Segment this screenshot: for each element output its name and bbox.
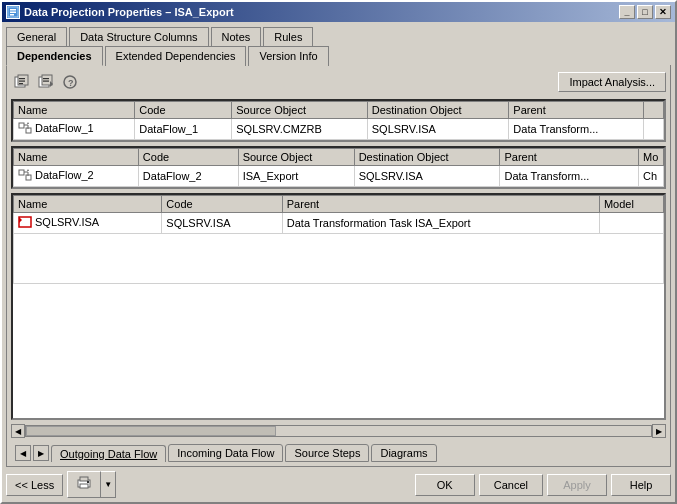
grid1-cell-source: SQLSRV.CMZRB (232, 119, 367, 140)
grid2-col-code: Code (138, 149, 238, 166)
apply-button[interactable]: Apply (547, 474, 607, 496)
svg-rect-12 (43, 81, 49, 82)
dataflow-icon2 (18, 168, 32, 182)
tabs-row2: Dependencies Extended Dependencies Versi… (2, 45, 675, 65)
grid2-col-source: Source Object (238, 149, 354, 166)
tab-rules[interactable]: Rules (263, 27, 313, 46)
bottom-tab-diagrams[interactable]: Diagrams (371, 444, 436, 462)
grid2-col-parent: Parent (500, 149, 639, 166)
bottom-nav-left[interactable]: ◀ (15, 445, 31, 461)
grid3-cell-parent: Data Transformation Task ISA_Export (282, 213, 599, 234)
grid2-col-dest: Destination Object (354, 149, 500, 166)
horizontal-scrollbar[interactable] (25, 425, 652, 437)
svg-rect-1 (10, 9, 16, 11)
impact-analysis-button[interactable]: Impact Analysis... (558, 72, 666, 92)
grid2-cell-mo: Ch (639, 166, 664, 187)
grid1-table: Name Code Source Object Destination Obje… (13, 101, 664, 140)
scroll-right-btn[interactable]: ▶ (652, 424, 666, 438)
grid1-cell-name: DataFlow_1 (14, 119, 135, 140)
action-bar: << Less ▼ OK Cancel Apply Help (2, 467, 675, 502)
bottom-tabs: ◀ ▶ Outgoing Data Flow Incoming Data Flo… (11, 442, 666, 462)
svg-rect-21 (19, 170, 24, 175)
grid3-table: Name Code Parent Model (13, 195, 664, 284)
bottom-nav-right[interactable]: ▶ (33, 445, 49, 461)
content-area: ? Impact Analysis... Name Code Source Ob… (6, 65, 671, 467)
grid1-cell-dest: SQLSRV.ISA (367, 119, 509, 140)
grid2-container: Name Code Source Object Destination Obje… (11, 146, 666, 189)
grid2-col-mo: Mo (639, 149, 664, 166)
svg-rect-3 (10, 14, 14, 16)
grid3-cell-name: SQLSRV.ISA (14, 213, 162, 234)
bottom-tab-source-steps[interactable]: Source Steps (285, 444, 369, 462)
table-row[interactable]: DataFlow_1 DataFlow_1 SQLSRV.CMZRB SQLSR… (14, 119, 664, 140)
svg-rect-31 (87, 481, 89, 483)
sqlsrv-icon (18, 215, 32, 229)
grid3-col-model: Model (599, 196, 663, 213)
svg-marker-20 (27, 122, 29, 124)
grid1-col-dest: Destination Object (367, 102, 509, 119)
toolbar-icon-1[interactable] (11, 71, 33, 93)
main-window: Data Projection Properties – ISA_Export … (0, 0, 677, 504)
svg-rect-2 (10, 12, 16, 14)
scroll-left-btn[interactable]: ◀ (11, 424, 25, 438)
tab-extended-dependencies[interactable]: Extended Dependencies (105, 46, 247, 66)
svg-rect-16 (19, 123, 24, 128)
tabs-row1: General Data Structure Columns Notes Rul… (2, 22, 675, 45)
close-button[interactable]: ✕ (655, 5, 671, 19)
grid1-cell-parent: Data Transform... (509, 119, 644, 140)
grid2-cell-parent: Data Transform... (500, 166, 639, 187)
grid2-table: Name Code Source Object Destination Obje… (13, 148, 664, 187)
grid2-col-name: Name (14, 149, 139, 166)
tab-data-structure-columns[interactable]: Data Structure Columns (69, 27, 208, 46)
grid2-cell-code: DataFlow_2 (138, 166, 238, 187)
svg-rect-26 (19, 217, 31, 227)
minimize-button[interactable]: _ (619, 5, 635, 19)
grid2-cell-source: ISA_Export (238, 166, 354, 187)
table-row-empty (14, 234, 664, 284)
svg-rect-11 (43, 78, 49, 79)
toolbar-icon-3[interactable]: ? (59, 71, 81, 93)
scrollbar-area: ◀ ▶ (11, 424, 666, 438)
table-row[interactable]: DataFlow_2 DataFlow_2 ISA_Export SQLSRV.… (14, 166, 664, 187)
bottom-tab-outgoing[interactable]: Outgoing Data Flow (51, 445, 166, 462)
ok-button[interactable]: OK (415, 474, 475, 496)
tab-general[interactable]: General (6, 27, 67, 46)
grid1-container: Name Code Source Object Destination Obje… (11, 99, 666, 142)
tab-dependencies[interactable]: Dependencies (6, 46, 103, 66)
grid3-container: Name Code Parent Model (11, 193, 666, 420)
grid1-col-name: Name (14, 102, 135, 119)
print-dropdown-button[interactable]: ▼ (101, 471, 116, 498)
help-button[interactable]: Help (611, 474, 671, 496)
less-button[interactable]: << Less (6, 474, 63, 496)
svg-rect-6 (19, 78, 25, 79)
grid1-col-parent: Parent (509, 102, 644, 119)
table-row[interactable]: SQLSRV.ISA SQLSRV.ISA Data Transformatio… (14, 213, 664, 234)
svg-marker-25 (27, 169, 29, 171)
tab-notes[interactable]: Notes (211, 27, 262, 46)
tab-version-info[interactable]: Version Info (248, 46, 328, 66)
cancel-button[interactable]: Cancel (479, 474, 543, 496)
grid1-col-extra (644, 102, 664, 119)
grid1-col-code: Code (135, 102, 232, 119)
grid1-cell-extra (644, 119, 664, 140)
grid3-cell-model (599, 213, 663, 234)
grid2-cell-name: DataFlow_2 (14, 166, 139, 187)
svg-text:?: ? (68, 78, 74, 88)
svg-rect-7 (19, 81, 25, 82)
grid3-col-parent: Parent (282, 196, 599, 213)
grid3-col-name: Name (14, 196, 162, 213)
svg-rect-29 (80, 477, 88, 481)
dataflow-icon (18, 121, 32, 135)
bottom-tab-incoming[interactable]: Incoming Data Flow (168, 444, 283, 462)
print-button[interactable] (67, 471, 101, 498)
window-icon (6, 5, 20, 19)
title-bar: Data Projection Properties – ISA_Export … (2, 2, 675, 22)
svg-rect-30 (80, 484, 88, 488)
grid2-cell-dest: SQLSRV.ISA (354, 166, 500, 187)
toolbar-icons: ? (11, 71, 81, 93)
grid1-col-source: Source Object (232, 102, 367, 119)
toolbar-icon-2[interactable] (35, 71, 57, 93)
maximize-button[interactable]: □ (637, 5, 653, 19)
grid1-cell-code: DataFlow_1 (135, 119, 232, 140)
toolbar: ? Impact Analysis... (11, 69, 666, 95)
